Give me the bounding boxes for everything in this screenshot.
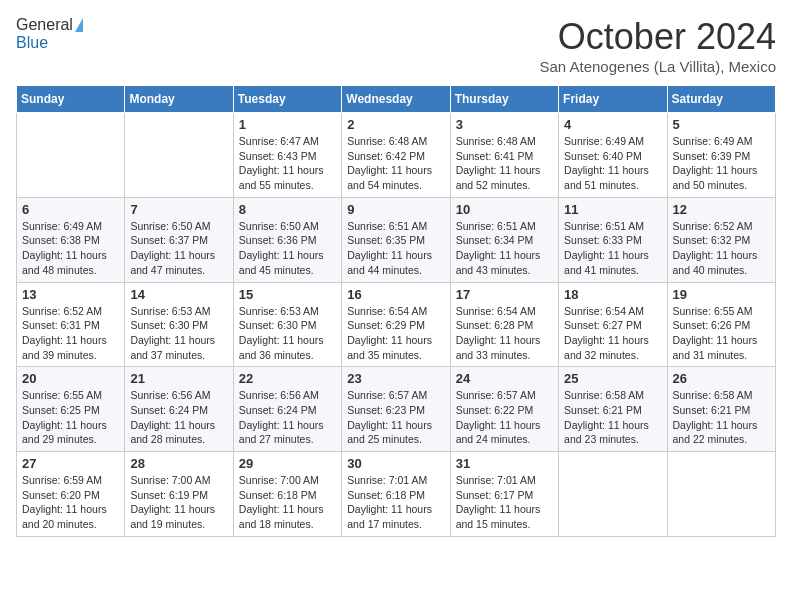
cell-sun-info: Sunrise: 6:54 AM Sunset: 6:27 PM Dayligh… [564, 304, 661, 363]
cell-sun-info: Sunrise: 6:52 AM Sunset: 6:31 PM Dayligh… [22, 304, 119, 363]
cell-sun-info: Sunrise: 6:49 AM Sunset: 6:39 PM Dayligh… [673, 134, 770, 193]
calendar-cell: 2Sunrise: 6:48 AM Sunset: 6:42 PM Daylig… [342, 113, 450, 198]
logo: General Blue [16, 16, 83, 52]
calendar-cell: 19Sunrise: 6:55 AM Sunset: 6:26 PM Dayli… [667, 282, 775, 367]
day-number: 9 [347, 202, 444, 217]
cell-sun-info: Sunrise: 6:48 AM Sunset: 6:42 PM Dayligh… [347, 134, 444, 193]
calendar-cell: 22Sunrise: 6:56 AM Sunset: 6:24 PM Dayli… [233, 367, 341, 452]
cell-sun-info: Sunrise: 6:50 AM Sunset: 6:36 PM Dayligh… [239, 219, 336, 278]
month-title: October 2024 [539, 16, 776, 58]
day-number: 20 [22, 371, 119, 386]
cell-sun-info: Sunrise: 6:51 AM Sunset: 6:35 PM Dayligh… [347, 219, 444, 278]
calendar-cell: 9Sunrise: 6:51 AM Sunset: 6:35 PM Daylig… [342, 197, 450, 282]
calendar-cell [125, 113, 233, 198]
calendar-cell: 30Sunrise: 7:01 AM Sunset: 6:18 PM Dayli… [342, 452, 450, 537]
calendar-cell: 7Sunrise: 6:50 AM Sunset: 6:37 PM Daylig… [125, 197, 233, 282]
day-number: 31 [456, 456, 553, 471]
page-header: General Blue October 2024 San Atenogenes… [16, 16, 776, 75]
calendar-cell: 29Sunrise: 7:00 AM Sunset: 6:18 PM Dayli… [233, 452, 341, 537]
calendar-cell: 31Sunrise: 7:01 AM Sunset: 6:17 PM Dayli… [450, 452, 558, 537]
cell-sun-info: Sunrise: 6:55 AM Sunset: 6:25 PM Dayligh… [22, 388, 119, 447]
cell-sun-info: Sunrise: 6:57 AM Sunset: 6:23 PM Dayligh… [347, 388, 444, 447]
day-number: 23 [347, 371, 444, 386]
day-number: 28 [130, 456, 227, 471]
calendar-table: SundayMondayTuesdayWednesdayThursdayFrid… [16, 85, 776, 537]
calendar-cell: 17Sunrise: 6:54 AM Sunset: 6:28 PM Dayli… [450, 282, 558, 367]
cell-sun-info: Sunrise: 7:01 AM Sunset: 6:18 PM Dayligh… [347, 473, 444, 532]
day-number: 7 [130, 202, 227, 217]
cell-sun-info: Sunrise: 6:53 AM Sunset: 6:30 PM Dayligh… [130, 304, 227, 363]
weekday-header: Tuesday [233, 86, 341, 113]
day-number: 29 [239, 456, 336, 471]
cell-sun-info: Sunrise: 6:49 AM Sunset: 6:38 PM Dayligh… [22, 219, 119, 278]
day-number: 5 [673, 117, 770, 132]
day-number: 12 [673, 202, 770, 217]
calendar-cell: 13Sunrise: 6:52 AM Sunset: 6:31 PM Dayli… [17, 282, 125, 367]
calendar-cell [667, 452, 775, 537]
calendar-cell: 18Sunrise: 6:54 AM Sunset: 6:27 PM Dayli… [559, 282, 667, 367]
cell-sun-info: Sunrise: 6:57 AM Sunset: 6:22 PM Dayligh… [456, 388, 553, 447]
calendar-cell: 11Sunrise: 6:51 AM Sunset: 6:33 PM Dayli… [559, 197, 667, 282]
weekday-header: Wednesday [342, 86, 450, 113]
cell-sun-info: Sunrise: 7:01 AM Sunset: 6:17 PM Dayligh… [456, 473, 553, 532]
calendar-cell: 14Sunrise: 6:53 AM Sunset: 6:30 PM Dayli… [125, 282, 233, 367]
calendar-cell: 5Sunrise: 6:49 AM Sunset: 6:39 PM Daylig… [667, 113, 775, 198]
calendar-cell: 8Sunrise: 6:50 AM Sunset: 6:36 PM Daylig… [233, 197, 341, 282]
day-number: 22 [239, 371, 336, 386]
logo-triangle-icon [75, 18, 83, 32]
calendar-cell [559, 452, 667, 537]
day-number: 1 [239, 117, 336, 132]
location-subtitle: San Atenogenes (La Villita), Mexico [539, 58, 776, 75]
calendar-cell: 25Sunrise: 6:58 AM Sunset: 6:21 PM Dayli… [559, 367, 667, 452]
day-number: 2 [347, 117, 444, 132]
day-number: 6 [22, 202, 119, 217]
calendar-header-row: SundayMondayTuesdayWednesdayThursdayFrid… [17, 86, 776, 113]
calendar-cell: 12Sunrise: 6:52 AM Sunset: 6:32 PM Dayli… [667, 197, 775, 282]
day-number: 3 [456, 117, 553, 132]
weekday-header: Thursday [450, 86, 558, 113]
day-number: 26 [673, 371, 770, 386]
calendar-cell: 3Sunrise: 6:48 AM Sunset: 6:41 PM Daylig… [450, 113, 558, 198]
day-number: 25 [564, 371, 661, 386]
calendar-cell: 16Sunrise: 6:54 AM Sunset: 6:29 PM Dayli… [342, 282, 450, 367]
day-number: 19 [673, 287, 770, 302]
cell-sun-info: Sunrise: 6:58 AM Sunset: 6:21 PM Dayligh… [673, 388, 770, 447]
day-number: 17 [456, 287, 553, 302]
cell-sun-info: Sunrise: 6:51 AM Sunset: 6:33 PM Dayligh… [564, 219, 661, 278]
calendar-week-row: 20Sunrise: 6:55 AM Sunset: 6:25 PM Dayli… [17, 367, 776, 452]
calendar-week-row: 27Sunrise: 6:59 AM Sunset: 6:20 PM Dayli… [17, 452, 776, 537]
weekday-header: Monday [125, 86, 233, 113]
calendar-cell: 6Sunrise: 6:49 AM Sunset: 6:38 PM Daylig… [17, 197, 125, 282]
cell-sun-info: Sunrise: 7:00 AM Sunset: 6:19 PM Dayligh… [130, 473, 227, 532]
calendar-cell: 15Sunrise: 6:53 AM Sunset: 6:30 PM Dayli… [233, 282, 341, 367]
calendar-cell: 26Sunrise: 6:58 AM Sunset: 6:21 PM Dayli… [667, 367, 775, 452]
cell-sun-info: Sunrise: 6:53 AM Sunset: 6:30 PM Dayligh… [239, 304, 336, 363]
title-block: October 2024 San Atenogenes (La Villita)… [539, 16, 776, 75]
calendar-cell [17, 113, 125, 198]
weekday-header: Sunday [17, 86, 125, 113]
calendar-week-row: 13Sunrise: 6:52 AM Sunset: 6:31 PM Dayli… [17, 282, 776, 367]
cell-sun-info: Sunrise: 6:59 AM Sunset: 6:20 PM Dayligh… [22, 473, 119, 532]
cell-sun-info: Sunrise: 6:52 AM Sunset: 6:32 PM Dayligh… [673, 219, 770, 278]
calendar-cell: 27Sunrise: 6:59 AM Sunset: 6:20 PM Dayli… [17, 452, 125, 537]
cell-sun-info: Sunrise: 6:47 AM Sunset: 6:43 PM Dayligh… [239, 134, 336, 193]
day-number: 27 [22, 456, 119, 471]
day-number: 4 [564, 117, 661, 132]
cell-sun-info: Sunrise: 7:00 AM Sunset: 6:18 PM Dayligh… [239, 473, 336, 532]
day-number: 24 [456, 371, 553, 386]
weekday-header: Friday [559, 86, 667, 113]
calendar-week-row: 1Sunrise: 6:47 AM Sunset: 6:43 PM Daylig… [17, 113, 776, 198]
calendar-cell: 10Sunrise: 6:51 AM Sunset: 6:34 PM Dayli… [450, 197, 558, 282]
day-number: 10 [456, 202, 553, 217]
logo-general: General [16, 16, 73, 34]
logo-blue: Blue [16, 34, 48, 52]
calendar-cell: 24Sunrise: 6:57 AM Sunset: 6:22 PM Dayli… [450, 367, 558, 452]
cell-sun-info: Sunrise: 6:54 AM Sunset: 6:29 PM Dayligh… [347, 304, 444, 363]
day-number: 18 [564, 287, 661, 302]
cell-sun-info: Sunrise: 6:56 AM Sunset: 6:24 PM Dayligh… [239, 388, 336, 447]
calendar-week-row: 6Sunrise: 6:49 AM Sunset: 6:38 PM Daylig… [17, 197, 776, 282]
day-number: 14 [130, 287, 227, 302]
cell-sun-info: Sunrise: 6:54 AM Sunset: 6:28 PM Dayligh… [456, 304, 553, 363]
cell-sun-info: Sunrise: 6:49 AM Sunset: 6:40 PM Dayligh… [564, 134, 661, 193]
calendar-cell: 23Sunrise: 6:57 AM Sunset: 6:23 PM Dayli… [342, 367, 450, 452]
